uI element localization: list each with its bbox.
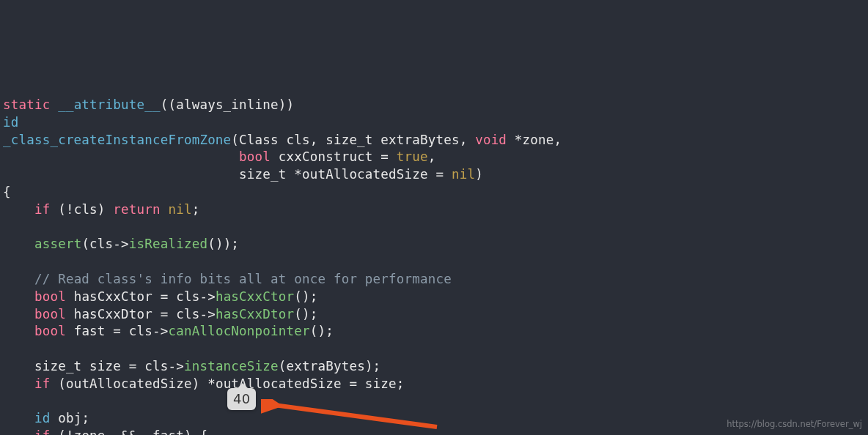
watermark: https://blog.csdn.net/Forever_wj bbox=[727, 419, 862, 431]
type-id: id bbox=[3, 115, 18, 130]
code-block: static __attribute__((always_inline)) id… bbox=[3, 79, 868, 435]
func-name: _class_createInstanceFromZone bbox=[3, 133, 231, 147]
comment: // Read class's info bits all at once fo… bbox=[34, 272, 452, 286]
attr: __attribute__ bbox=[50, 97, 160, 112]
kw-static: static bbox=[3, 97, 50, 112]
value-tooltip: 40 bbox=[227, 388, 256, 410]
